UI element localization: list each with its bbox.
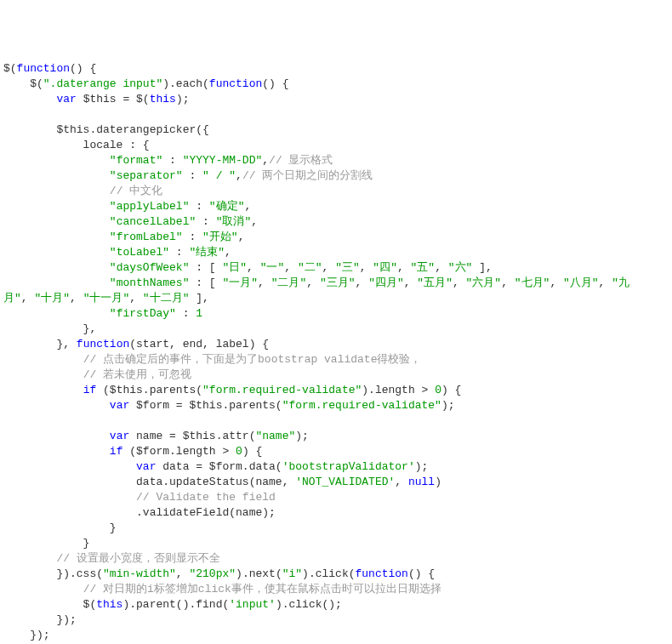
code-token: ,: [262, 154, 269, 167]
code-token: function: [17, 62, 70, 75]
code-token: "i": [282, 567, 302, 580]
code-token: [3, 552, 56, 565]
code-token: ,: [21, 292, 35, 305]
code-token: "cancelLabel": [110, 215, 196, 228]
code-token: ,: [225, 246, 231, 259]
code-token: ,: [284, 261, 298, 274]
code-token: // 两个日期之间的分割线: [242, 169, 373, 182]
code-token: "firstDay": [110, 307, 176, 320]
code-token: function: [77, 338, 129, 350]
code-token: ,: [244, 200, 251, 213]
code-token: "八月": [563, 276, 599, 289]
code-block: $(function() { $(".daterange input").eac…: [0, 61, 672, 644]
code-token: ,: [129, 292, 143, 305]
code-token: ".daterange input": [43, 77, 162, 90]
code-token: "三月": [320, 276, 356, 289]
code-token: ) {: [242, 445, 262, 458]
code-token: ,: [356, 276, 369, 289]
code-token: "四": [373, 261, 397, 274]
code-token: "十二月": [143, 292, 190, 305]
code-token: ,: [306, 276, 320, 289]
code-token: ,: [404, 276, 418, 289]
code-token: :: [169, 246, 189, 259]
code-token: :: [183, 169, 202, 182]
code-token: [3, 399, 110, 412]
code-token: "form.required-validate": [202, 384, 362, 396]
code-token: this: [96, 598, 122, 611]
code-token: 月": [3, 292, 21, 305]
code-token: $this = $(: [77, 93, 150, 105]
code-token: ).each(: [162, 77, 209, 90]
code-token: [3, 583, 83, 596]
code-token: :: [196, 215, 215, 228]
code-token: 'input': [229, 598, 276, 611]
code-token: () {: [70, 62, 96, 75]
code-token: "五月": [417, 276, 453, 289]
code-token: ).next(: [236, 567, 282, 580]
code-token: : [: [189, 261, 222, 274]
code-token: "确定": [209, 200, 245, 213]
code-token: // 对日期的i标签增加click事件，使其在鼠标点击时可以拉出日期选择: [83, 583, 441, 596]
code-token: "min-width": [103, 567, 176, 580]
code-token: "separator": [110, 169, 183, 182]
code-token: "三": [335, 261, 360, 274]
code-token: function: [209, 77, 262, 90]
code-token: [3, 261, 110, 274]
code-token: name = $this.attr(: [129, 430, 255, 442]
code-token: ],: [472, 261, 492, 274]
code-token: [3, 460, 136, 473]
code-token: "日": [222, 261, 247, 274]
code-token: ,: [453, 276, 466, 289]
code-token: "一": [260, 261, 285, 274]
code-token: [3, 169, 110, 182]
code-token: // 点击确定后的事件，下面是为了bootstrap validate得校验，: [83, 353, 422, 366]
code-token: function: [356, 567, 408, 580]
code-token: data = $form.data(: [156, 460, 282, 473]
code-token: ,: [236, 169, 242, 182]
code-token: "开始": [202, 231, 238, 243]
code-token: );: [441, 399, 455, 412]
code-token: });: [3, 629, 50, 641]
code-token: [3, 276, 110, 289]
code-token: $this.daterangepicker({: [3, 123, 209, 136]
code-token: 'NOT_VALIDATED': [295, 476, 395, 488]
code-token: if: [110, 445, 123, 458]
code-token: "二月": [271, 276, 307, 289]
code-token: " / ": [202, 169, 236, 182]
code-token: );: [176, 93, 190, 105]
code-token: ,: [70, 292, 83, 305]
code-token: "结束": [189, 246, 225, 259]
code-token: ).length >: [362, 384, 435, 396]
code-token: data.updateStatus(name,: [3, 476, 295, 488]
code-token: },: [3, 322, 96, 335]
code-token: var: [136, 460, 156, 473]
code-token: () {: [262, 77, 288, 90]
code-token: var: [56, 93, 76, 105]
code-token: [3, 200, 110, 213]
code-token: "format": [110, 154, 162, 167]
code-token: "monthNames": [110, 276, 190, 289]
code-token: 1: [196, 307, 202, 320]
code-token: "十一月": [83, 292, 130, 305]
code-token: [3, 445, 110, 458]
code-token: 0: [435, 384, 441, 396]
code-token: ,: [247, 261, 260, 274]
code-token: // Validate the field: [136, 491, 276, 504]
code-token: ,: [251, 215, 258, 228]
code-token: );: [295, 430, 309, 442]
code-token: // 中文化: [110, 185, 162, 197]
code-token: ).click(: [302, 567, 355, 580]
code-token: "九: [612, 276, 629, 289]
code-token: ,: [501, 276, 515, 289]
code-token: ,: [599, 276, 612, 289]
code-token: "form.required-validate": [282, 399, 441, 412]
code-token: (start, end, label) {: [129, 338, 269, 350]
code-token: $(: [3, 77, 43, 90]
code-token: [3, 231, 110, 243]
code-token: ,: [176, 567, 190, 580]
code-token: ).click();: [276, 598, 342, 611]
code-token: "YYYY-MM-DD": [183, 154, 263, 167]
code-token: "daysOfWeek": [110, 261, 190, 274]
code-token: ],: [189, 292, 208, 305]
code-token: },: [3, 338, 77, 350]
